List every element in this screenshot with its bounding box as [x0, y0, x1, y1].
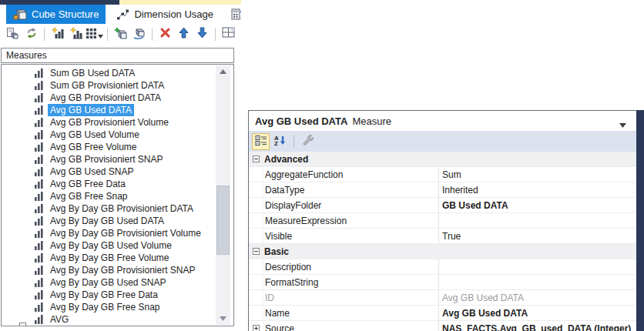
- measures-tree[interactable]: Sum GB Used DATASum GB Provisioniert DAT…: [1, 64, 234, 326]
- measure-label: Avg GB Used Volume: [48, 129, 142, 141]
- collapse-icon[interactable]: [249, 152, 263, 166]
- move-down-button[interactable]: [193, 26, 211, 43]
- measure-item[interactable]: Avg By Day GB Used Volume: [2, 239, 213, 252]
- property-category-row[interactable]: Basic: [249, 244, 636, 259]
- measure-item[interactable]: Avg GB Free Data: [2, 178, 213, 190]
- measure-item[interactable]: Avg By Day GB Provisioniert Volume: [2, 227, 213, 239]
- designer-tabbar: Cube StructureDimension UsageCalculation…: [0, 5, 241, 24]
- scrollbar-up-button[interactable]: [216, 65, 230, 78]
- property-value[interactable]: Avg GB Used DATA: [438, 290, 636, 305]
- property-value[interactable]: GB Used DATA: [438, 198, 636, 212]
- move-up-button[interactable]: [175, 26, 193, 43]
- property-label: DataType: [263, 182, 438, 197]
- toolbar-separator: [107, 28, 108, 41]
- measure-item[interactable]: Avg GB Provisioniert DATA: [2, 92, 213, 104]
- property-row[interactable]: Description: [249, 259, 636, 275]
- measure-item[interactable]: Avg GB Provisioniert Volume: [2, 116, 213, 129]
- measure-label: Sum GB Provisioniert DATA: [48, 79, 166, 92]
- measure-item[interactable]: Avg GB Provisioniert SNAP: [2, 153, 213, 166]
- property-row[interactable]: FormatString: [249, 275, 636, 290]
- measure-item[interactable]: Avg GB Used DATA: [2, 104, 213, 116]
- measure-item[interactable]: Avg By Day GB Provisioniert SNAP: [2, 264, 213, 276]
- define-dimension-usage-button[interactable]: [130, 26, 148, 43]
- window-edge-strip: [636, 110, 644, 331]
- categorized-button[interactable]: [252, 133, 270, 150]
- property-label: Visible: [263, 229, 438, 243]
- measure-item[interactable]: Avg By Day GB Free Data: [2, 289, 213, 301]
- measure-item[interactable]: Sum GB Provisioniert DATA: [2, 79, 213, 92]
- measure-label: Avg By Day GB Used DATA: [48, 215, 166, 227]
- scrollbar-down-button[interactable]: [216, 313, 230, 325]
- property-value[interactable]: True: [438, 229, 636, 243]
- measure-icon: [35, 118, 43, 127]
- measure-grid-button[interactable]: [86, 26, 103, 43]
- tab-cube-structure[interactable]: Cube Structure: [6, 5, 106, 24]
- measure-item[interactable]: Sum GB Used DATA: [2, 67, 213, 79]
- property-label: MeasureExpression: [263, 213, 438, 228]
- collapse-icon[interactable]: [249, 244, 263, 259]
- property-value[interactable]: [438, 275, 636, 289]
- property-value[interactable]: [438, 259, 636, 274]
- categorized-icon: [255, 135, 267, 149]
- measures-scrollbar[interactable]: [216, 65, 230, 325]
- properties-object-combobox[interactable]: Avg GB Used DATA Measure: [249, 111, 636, 131]
- property-value[interactable]: Avg GB Used DATA: [438, 306, 636, 320]
- gutter-spacer: [249, 259, 263, 274]
- measure-item[interactable]: Avg By Day GB Used SNAP: [2, 276, 213, 289]
- measure-item[interactable]: Avg GB Free Snap: [2, 190, 213, 202]
- show-grid-button[interactable]: [220, 26, 237, 43]
- measure-item[interactable]: Avg GB Used Volume: [2, 129, 213, 141]
- move-up-icon: [179, 27, 189, 42]
- measure-icon: [35, 241, 43, 250]
- property-row[interactable]: IDAvg GB Used DATA: [249, 290, 636, 306]
- new-measure-button[interactable]: [49, 26, 66, 43]
- measure-icon: [35, 179, 43, 189]
- scrollbar-thumb[interactable]: [216, 186, 230, 255]
- tab-dimension-usage[interactable]: Dimension Usage: [109, 5, 220, 24]
- property-row[interactable]: AggregateFunctionSum: [249, 167, 636, 182]
- property-row[interactable]: SourceNAS_FACTS.Avg_GB_used_DATA (Intege…: [249, 321, 636, 331]
- toolbar-separator: [44, 28, 45, 41]
- tab-calculations[interactable]: Calculations: [224, 5, 241, 24]
- show-grid-icon: [222, 27, 235, 42]
- measure-label: Sum GB Used DATA: [48, 67, 137, 79]
- measure-grid-icon: [86, 28, 96, 42]
- property-value[interactable]: [438, 213, 636, 228]
- property-value[interactable]: Inherited: [438, 182, 636, 197]
- process-icon: [25, 27, 38, 42]
- measure-item[interactable]: AVG: [2, 313, 213, 326]
- chevron-down-icon[interactable]: [619, 119, 626, 130]
- add-cube-dimension-button[interactable]: [112, 26, 129, 43]
- measure-item[interactable]: Avg By Day GB Used DATA: [2, 215, 213, 227]
- cube-properties-button[interactable]: [4, 26, 22, 43]
- chevron-down-icon[interactable]: [98, 28, 103, 42]
- measure-item[interactable]: Avg By Day GB Free Snap: [2, 301, 213, 313]
- measure-item[interactable]: Avg GB Free Volume: [2, 141, 213, 153]
- cube-icon: [13, 8, 27, 21]
- property-value[interactable]: NAS_FACTS.Avg_GB_used_DATA (Integer): [438, 321, 636, 331]
- measure-item[interactable]: Avg By Day GB Provisioniert DATA: [2, 202, 213, 215]
- measure-icon: [35, 253, 43, 262]
- measure-icon: [35, 105, 43, 115]
- measure-item[interactable]: Avg By Day GB Free Volume: [2, 252, 213, 264]
- property-row[interactable]: NameAvg GB Used DATA: [249, 306, 636, 321]
- expand-icon[interactable]: [249, 321, 263, 331]
- delete-icon: [159, 27, 171, 42]
- cube-properties-icon: [6, 27, 19, 42]
- gutter-spacer: [249, 213, 263, 228]
- property-value[interactable]: Sum: [438, 167, 636, 182]
- delete-button[interactable]: [156, 26, 174, 43]
- designer-toolbar: [0, 24, 241, 45]
- property-row[interactable]: VisibleTrue: [249, 229, 636, 244]
- measure-label: Avg By Day GB Free Snap: [48, 301, 163, 313]
- property-row[interactable]: DataTypeInherited: [249, 182, 636, 198]
- property-row[interactable]: MeasureExpression: [249, 213, 636, 229]
- property-category-row[interactable]: Advanced: [249, 152, 636, 167]
- new-measure-group-button[interactable]: [67, 26, 85, 43]
- process-button[interactable]: [22, 26, 40, 43]
- measures-panel-header: Measures: [1, 48, 234, 63]
- property-row[interactable]: DisplayFolderGB Used DATA: [249, 198, 636, 213]
- alphabetical-button[interactable]: AZ: [271, 133, 289, 150]
- property-label: DisplayFolder: [263, 198, 438, 212]
- measure-item[interactable]: Avg GB Used SNAP: [2, 166, 213, 178]
